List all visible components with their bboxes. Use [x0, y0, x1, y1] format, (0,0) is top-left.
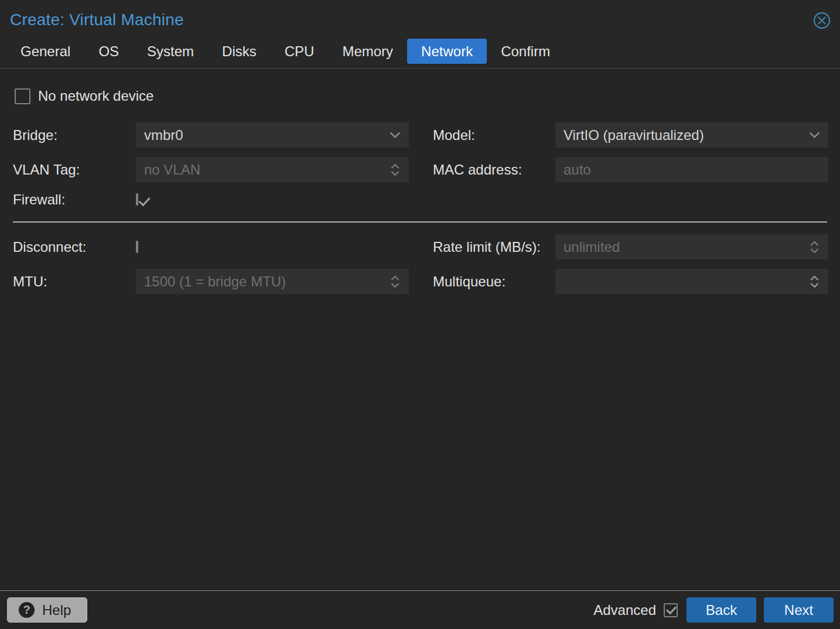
mtu-field [136, 269, 409, 294]
tab-system[interactable]: System [133, 39, 208, 64]
dialog-header: Create: Virtual Machine [0, 0, 840, 29]
multiqueue-field [555, 269, 828, 294]
tab-memory[interactable]: Memory [328, 39, 407, 64]
firewall-checkbox[interactable] [136, 193, 138, 206]
disconnect-checkbox[interactable] [136, 241, 138, 253]
network-form-advanced: Disconnect: Rate limit (MB/s): MTU: [13, 234, 827, 294]
help-button[interactable]: ? Help [7, 597, 87, 623]
vlan-tag-input[interactable] [136, 157, 409, 182]
footer-actions: Advanced Back Next [593, 597, 834, 623]
disconnect-label: Disconnect: [13, 239, 136, 255]
tab-general[interactable]: General [6, 39, 84, 64]
back-button[interactable]: Back [687, 597, 756, 623]
mac-address-input[interactable] [555, 157, 828, 182]
mac-address-label: MAC address: [433, 162, 555, 178]
vlan-tag-label: VLAN Tag: [13, 162, 136, 178]
network-form-top: Bridge: vmbr0 Model: VirtIO (paravirtual… [13, 122, 827, 208]
create-vm-dialog: Create: Virtual Machine General OS Syste… [0, 0, 840, 629]
help-icon: ? [19, 602, 35, 618]
model-value: VirtIO (paravirtualized) [555, 127, 704, 143]
spinner-icon[interactable] [391, 275, 399, 288]
mtu-input[interactable] [136, 269, 409, 294]
tab-bar: General OS System Disks CPU Memory Netwo… [0, 29, 840, 69]
model-combobox[interactable]: VirtIO (paravirtualized) [555, 122, 828, 148]
mtu-label: MTU: [13, 274, 136, 290]
multiqueue-input[interactable] [555, 269, 828, 294]
dialog-footer: ? Help Advanced Back Next [0, 590, 840, 629]
dialog-title: Create: Virtual Machine [10, 11, 184, 29]
mac-address-field [555, 157, 828, 182]
advanced-checkbox[interactable] [664, 603, 678, 617]
tab-os[interactable]: OS [84, 39, 133, 64]
rate-limit-input[interactable] [555, 234, 828, 259]
bridge-label: Bridge: [13, 127, 136, 143]
bridge-combobox[interactable]: vmbr0 [136, 122, 409, 148]
vlan-tag-field [136, 157, 409, 182]
advanced-section-divider [13, 221, 827, 223]
rate-limit-label: Rate limit (MB/s): [433, 239, 555, 255]
close-icon[interactable] [813, 12, 831, 29]
tab-disks[interactable]: Disks [208, 39, 271, 64]
spinner-icon[interactable] [810, 241, 819, 253]
network-tab-panel: No network device Bridge: vmbr0 Model: V… [0, 69, 840, 590]
chevron-down-icon[interactable] [390, 130, 401, 141]
bridge-value: vmbr0 [136, 127, 183, 143]
tab-confirm[interactable]: Confirm [487, 39, 564, 64]
advanced-label: Advanced [593, 602, 656, 618]
tab-network[interactable]: Network [407, 39, 487, 64]
no-network-device-label: No network device [38, 88, 153, 104]
tab-cpu[interactable]: CPU [271, 39, 329, 64]
next-button[interactable]: Next [764, 597, 834, 623]
model-label: Model: [433, 127, 555, 143]
no-network-device-row: No network device [15, 88, 827, 104]
spinner-icon[interactable] [391, 163, 399, 176]
no-network-device-checkbox[interactable] [15, 88, 30, 104]
multiqueue-label: Multiqueue: [433, 274, 555, 290]
chevron-down-icon[interactable] [809, 130, 820, 141]
spinner-icon[interactable] [810, 275, 819, 288]
rate-limit-field [555, 234, 828, 259]
firewall-label: Firewall: [13, 192, 136, 208]
help-button-label: Help [42, 602, 71, 618]
